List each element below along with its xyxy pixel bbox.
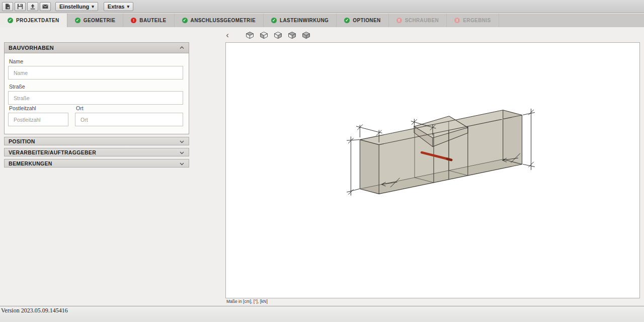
- save-button[interactable]: [15, 2, 26, 11]
- tab-anschlussgeometrie[interactable]: ANSCHLUSSGEOMETRIE: [175, 14, 264, 27]
- ort-input[interactable]: [75, 113, 183, 126]
- status-ok-icon: [271, 18, 277, 23]
- status-error-icon: [454, 18, 460, 23]
- tab-label: OPTIONEN: [353, 18, 380, 23]
- view-button-5[interactable]: [301, 30, 311, 40]
- einstellung-menu[interactable]: Einstellung ▾: [55, 2, 98, 11]
- 3d-viewport[interactable]: [225, 42, 640, 298]
- section-header-position[interactable]: POSITION: [4, 137, 189, 145]
- 3d-model-canvas[interactable]: [226, 43, 639, 298]
- tab-label: BAUTEILE: [139, 18, 166, 23]
- upload-icon: [29, 3, 36, 10]
- main-toolbar: Einstellung ▾ Extras ▾: [0, 0, 644, 13]
- units-caption: Maße in [cm], [°], [kN]: [226, 299, 268, 304]
- bauvorhaben-form: Name Straße Postleitzahl Ort: [5, 53, 189, 134]
- tab-schrauben: SCHRAUBEN: [389, 14, 447, 27]
- status-bar: Version 2023.05.09.145416: [0, 306, 644, 322]
- upload-button[interactable]: [27, 2, 38, 11]
- project-data-panel: BAUVORHABEN Name Straße Postleitzahl Ort: [4, 42, 189, 168]
- mail-button[interactable]: [40, 2, 51, 11]
- section-title: BAUVORHABEN: [9, 45, 54, 51]
- section-header-verarbeiter-auftraggeber[interactable]: VERARBEITER/AUFTRAGGEBER: [4, 148, 189, 156]
- tab-geometrie[interactable]: GEOMETRIE: [67, 14, 124, 27]
- tab-label: ANSCHLUSSGEOMETRIE: [191, 18, 256, 23]
- section-header-bemerkungen[interactable]: BEMERKUNGEN: [4, 159, 189, 168]
- status-ok-icon: [182, 18, 188, 23]
- view-button-2[interactable]: [259, 30, 269, 40]
- ort-label: Ort: [76, 105, 183, 111]
- tab-label: GEOMETRIE: [84, 18, 116, 23]
- caret-down-icon: ▾: [92, 4, 94, 9]
- view-cube-icon: [288, 31, 296, 39]
- tab-lasteinwirkung[interactable]: LASTEINWIRKUNG: [264, 14, 337, 27]
- view-button-4[interactable]: [287, 30, 297, 40]
- strasse-input[interactable]: [8, 91, 183, 105]
- status-ok-icon: [75, 18, 80, 23]
- extras-menu-label: Extras: [108, 4, 125, 10]
- status-error-icon: [396, 18, 402, 23]
- postleitzahl-label: Postleitzahl: [9, 105, 68, 111]
- view-cube-icon: [274, 31, 282, 39]
- chevron-down-icon: [180, 163, 184, 166]
- view-cube-icon: [260, 31, 268, 39]
- extras-menu[interactable]: Extras ▾: [104, 2, 133, 11]
- section-bauvorhaben: BAUVORHABEN Name Straße Postleitzahl Ort: [4, 42, 189, 134]
- chevron-down-icon: [180, 151, 184, 154]
- status-ok-icon: [344, 18, 350, 23]
- chevron-down-icon: [180, 140, 184, 143]
- section-header-bauvorhaben[interactable]: BAUVORHABEN: [5, 43, 189, 53]
- tab-label: ERGEBNIS: [463, 18, 491, 23]
- open-project-icon: [4, 3, 11, 10]
- back-button[interactable]: ‹: [223, 30, 231, 40]
- view-button-3[interactable]: [273, 30, 283, 40]
- caret-down-icon: ▾: [127, 4, 129, 9]
- section-title: POSITION: [9, 138, 35, 144]
- tab-projektdaten[interactable]: PROJEKTDATEN: [0, 14, 67, 27]
- section-title: BEMERKUNGEN: [9, 160, 52, 167]
- tab-bauteile[interactable]: BAUTEILE: [123, 14, 174, 27]
- postleitzahl-input[interactable]: [8, 113, 68, 126]
- view-cube-icon: [302, 31, 310, 39]
- section-title: VERARBEITER/AUFTRAGGEBER: [9, 149, 96, 155]
- mail-icon: [42, 3, 49, 10]
- tab-label: LASTEINWIRKUNG: [280, 18, 329, 23]
- wizard-tabbar: PROJEKTDATEN GEOMETRIE BAUTEILE ANSCHLUS…: [0, 14, 644, 27]
- name-input[interactable]: [8, 66, 183, 79]
- open-project-button[interactable]: [2, 2, 13, 11]
- strasse-label: Straße: [9, 84, 183, 90]
- save-icon: [17, 3, 24, 10]
- chevron-up-icon: [180, 46, 184, 49]
- viewport-toolbar: ‹: [223, 30, 311, 40]
- tab-label: PROJEKTDATEN: [16, 18, 59, 23]
- view-button-1[interactable]: [245, 30, 255, 40]
- status-error-icon: [131, 18, 136, 23]
- name-label: Name: [9, 58, 183, 64]
- plz-ort-row: Postleitzahl Ort: [8, 105, 183, 126]
- status-ok-icon: [8, 18, 13, 23]
- tab-optionen[interactable]: OPTIONEN: [337, 14, 388, 27]
- version-text: Version 2023.05.09.145416: [0, 306, 644, 314]
- tab-ergebnis: ERGEBNIS: [447, 14, 499, 27]
- beam-model: [360, 110, 522, 194]
- einstellung-menu-label: Einstellung: [59, 4, 89, 10]
- tab-label: SCHRAUBEN: [405, 18, 439, 23]
- view-cube-icon: [246, 31, 254, 39]
